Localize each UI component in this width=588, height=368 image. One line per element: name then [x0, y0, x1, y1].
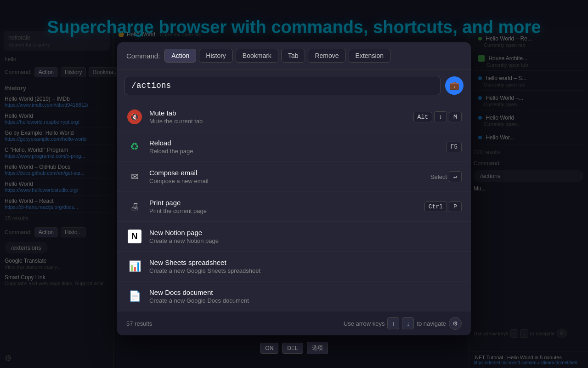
- footer-nav: Use arrow keys ↑ ↓ to navigate ⚙: [344, 317, 462, 330]
- docs-text: New Docs document Create a new Google Do…: [149, 288, 455, 304]
- print-page-icon: 🖨: [126, 198, 143, 215]
- result-new-sheets[interactable]: 📊 New Sheets spreadsheet Create a new Go…: [117, 252, 471, 282]
- mute-tab-shortcut: Alt ⇧ M: [413, 111, 462, 122]
- shortcut-alt: Alt: [413, 112, 432, 122]
- tab-history[interactable]: History: [199, 49, 233, 63]
- shortcut-shift: ⇧: [434, 111, 447, 122]
- del-button[interactable]: DEL: [282, 343, 303, 354]
- compose-email-text: Compose email Compose a new email: [149, 169, 424, 184]
- print-page-name: Print page: [149, 199, 418, 207]
- search-input[interactable]: /actions: [124, 76, 441, 95]
- modal-footer: 57 results Use arrow keys ↑ ↓ to navigat…: [117, 311, 471, 335]
- mute-tab-desc: Mute the current tab: [149, 118, 407, 125]
- notion-icon: N: [126, 228, 143, 245]
- notion-symbol: N: [128, 230, 141, 243]
- sheets-desc: Create a new Google Sheets spreadsheet: [149, 267, 455, 274]
- reload-icon: ♻: [126, 138, 143, 155]
- reload-text: Reload Reload the page: [149, 139, 440, 155]
- result-reload[interactable]: ♻ Reload Reload the page F5: [117, 132, 471, 162]
- arrow-up-icon: ↑: [392, 320, 395, 327]
- compose-email-desc: Compose a new email: [149, 178, 424, 184]
- reload-desc: Reload the page: [149, 148, 440, 155]
- shortcut-m: M: [449, 112, 462, 122]
- tab-extension[interactable]: Extension: [349, 49, 390, 63]
- shortcut-select-label: Select: [430, 173, 447, 180]
- sheets-name: New Sheets spreadsheet: [149, 259, 455, 266]
- sheets-text: New Sheets spreadsheet Create a new Goog…: [149, 259, 455, 274]
- shortcut-p: P: [449, 201, 462, 212]
- arrow-down-icon: ↓: [407, 320, 410, 327]
- work-icon: 💼: [445, 76, 464, 95]
- tab-action[interactable]: Action: [164, 49, 196, 63]
- command-modal: Command: Action History Bookmark Tab Rem…: [117, 42, 471, 335]
- docs-icon: 📄: [126, 288, 143, 305]
- docs-name: New Docs document: [149, 288, 455, 296]
- nav-use-arrow-keys: Use arrow keys: [344, 320, 385, 327]
- print-page-shortcut: Ctrl P: [424, 201, 462, 212]
- notion-name: New Notion page: [149, 229, 455, 236]
- compose-email-icon: ✉: [126, 168, 143, 185]
- docs-symbol: 📄: [129, 290, 141, 302]
- nav-up-btn[interactable]: ↑: [387, 317, 399, 329]
- tab-remove[interactable]: Remove: [308, 49, 345, 63]
- modal-header: Command: Action History Bookmark Tab Rem…: [117, 42, 471, 69]
- shortcut-ctrl: Ctrl: [424, 201, 447, 212]
- compose-email-name: Compose email: [149, 169, 424, 177]
- mute-icon: 🔇: [127, 109, 142, 124]
- tab-bookmark[interactable]: Bookmark: [236, 49, 278, 63]
- reload-name: Reload: [149, 139, 440, 147]
- docs-desc: Create a new Google Docs document: [149, 297, 455, 304]
- settings-gear-btn[interactable]: ⚙: [449, 317, 462, 330]
- result-new-notion[interactable]: N New Notion page Create a new Notion pa…: [117, 222, 471, 252]
- print-page-desc: Print the current page: [149, 207, 418, 214]
- result-print-page[interactable]: 🖨 Print page Print the current page Ctrl…: [117, 192, 471, 222]
- extra-button[interactable]: 选项: [307, 342, 328, 354]
- bottom-bar-area: ON DEL 选项: [117, 342, 471, 354]
- result-mute-tab[interactable]: 🔇 Mute tab Mute the current tab Alt ⇧ M: [117, 102, 471, 132]
- search-area: /actions 💼: [117, 69, 471, 102]
- tab-tab[interactable]: Tab: [281, 49, 305, 63]
- briefcase-icon: 💼: [449, 80, 459, 91]
- nav-down-btn[interactable]: ↓: [402, 317, 414, 329]
- sheets-icon: 📊: [126, 258, 143, 275]
- nav-to-navigate: to navigate: [417, 320, 446, 327]
- compose-email-shortcut: Select ↵: [430, 171, 462, 182]
- print-page-text: Print page Print the current page: [149, 199, 418, 214]
- on-button[interactable]: ON: [260, 343, 278, 354]
- footer-count: 57 results: [126, 320, 152, 327]
- result-compose-email[interactable]: ✉ Compose email Compose a new email Sele…: [117, 162, 471, 192]
- notion-desc: Create a new Notion page: [149, 237, 455, 244]
- print-symbol: 🖨: [130, 201, 139, 212]
- mute-tab-icon: 🔇: [126, 109, 143, 125]
- notion-text: New Notion page Create a new Notion page: [149, 229, 455, 244]
- sheets-symbol: 📊: [129, 260, 141, 272]
- reload-shortcut: F5: [446, 142, 462, 152]
- gear-icon: ⚙: [452, 320, 458, 327]
- shortcut-enter: ↵: [449, 171, 462, 182]
- email-symbol: ✉: [131, 171, 139, 182]
- mute-tab-name: Mute tab: [149, 109, 407, 117]
- mute-tab-text: Mute tab Mute the current tab: [149, 109, 407, 125]
- reload-symbol: ♻: [130, 141, 139, 153]
- results-list: 🔇 Mute tab Mute the current tab Alt ⇧ M …: [117, 102, 471, 311]
- result-new-docs[interactable]: 📄 New Docs document Create a new Google …: [117, 282, 471, 311]
- command-label: Command:: [126, 52, 160, 60]
- shortcut-f5: F5: [446, 142, 462, 152]
